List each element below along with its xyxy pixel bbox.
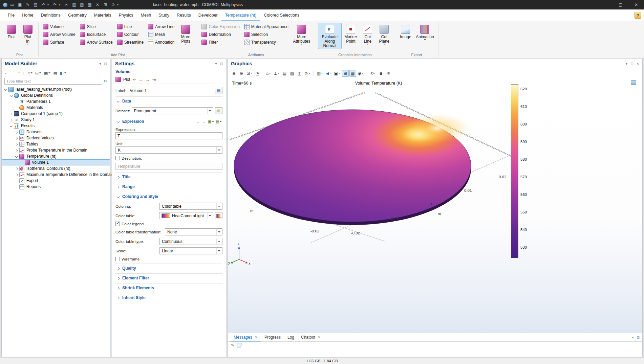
show-options-icon[interactable]: ≡ (27, 71, 33, 75)
scale-dropdown[interactable]: Linear (159, 247, 222, 254)
cut-plane-button[interactable]: Cut Plane (377, 23, 392, 46)
float-panel-icon[interactable]: ⊡ (630, 62, 633, 66)
plot-previous-icon[interactable]: ← (139, 77, 143, 82)
transparency-toggle-icon[interactable]: ▧ (289, 70, 296, 77)
dataset-dropdown[interactable]: From parent (132, 107, 213, 114)
plot-info-icon[interactable] (631, 80, 636, 85)
tree-item-datasets[interactable]: Datasets (2, 129, 110, 135)
undo-caret-icon[interactable]: ▾ (47, 3, 51, 6)
default-view-icon[interactable]: ⌂ (265, 70, 272, 77)
move-up-icon[interactable]: ↑ (18, 71, 20, 75)
clip-view-icon[interactable]: ◫ (296, 70, 303, 77)
table-icon[interactable]: ⊞ (102, 1, 109, 8)
ribbon-arrow-volume-button[interactable]: Arrow Volume (41, 30, 77, 38)
tab-log[interactable]: Log (284, 333, 297, 342)
tab-messages[interactable]: Messages✕ (231, 333, 261, 342)
tab-materials[interactable]: Materials (90, 9, 115, 21)
reset-hiding-icon[interactable]: ⟳ (304, 70, 312, 77)
tree-item-max-temperature-difference[interactable]: Maximum Temperature Difference in the Do… (2, 172, 110, 178)
minimize-button[interactable]: — (597, 0, 613, 9)
save-icon[interactable]: ▣ (16, 1, 24, 8)
tab-colored-selections[interactable]: Colored Selections (260, 9, 303, 21)
next-expression-icon[interactable]: → (202, 119, 206, 123)
forward-icon[interactable]: → (11, 71, 15, 75)
plot-next-icon[interactable]: → (146, 77, 150, 82)
ribbon-arrow-line-button[interactable]: Arrow Line (146, 23, 176, 30)
tree-item-root[interactable]: laser_heating_wafer.mph (root) (2, 86, 110, 92)
projection-icon[interactable]: ⊥ (273, 70, 280, 77)
node-order-icon[interactable]: ▦ (44, 71, 50, 75)
copy-icon[interactable]: ▥ (70, 1, 78, 8)
plot-button[interactable]: Plot (3, 23, 19, 40)
panel-menu-icon[interactable]: ▾ (215, 62, 217, 66)
tab-results[interactable]: Results (173, 9, 195, 21)
float-panel-icon[interactable]: ⊡ (220, 62, 223, 66)
tab-physics[interactable]: Physics (115, 9, 137, 21)
show-table-icon[interactable]: ▦ (349, 70, 356, 77)
ribbon-slice-button[interactable]: Slice (78, 23, 114, 30)
redo-caret-icon[interactable]: ▾ (59, 3, 62, 6)
color-table-dropdown[interactable]: HeatCameraLight (159, 212, 213, 219)
qat-customize-icon[interactable]: ▾ (117, 3, 121, 6)
close-tab-icon[interactable]: ✕ (255, 335, 258, 340)
close-button[interactable]: ✕ (628, 0, 644, 9)
speaker-icon[interactable]: ◀ (325, 70, 332, 77)
insert-expression-icon[interactable]: ▤ (216, 119, 222, 124)
environment-icon[interactable]: ◉ (357, 70, 365, 77)
update-plot-icon[interactable]: ⟲ (369, 70, 377, 77)
section-chevron-icon[interactable] (116, 266, 121, 271)
expander-icon[interactable] (9, 124, 14, 128)
panel-menu-icon[interactable]: ▾ (626, 62, 627, 66)
replace-expression-icon[interactable]: ▦ (208, 119, 214, 124)
marker-point-button[interactable]: Marker Point (343, 23, 359, 45)
label-input[interactable] (128, 87, 213, 94)
rename-label-icon[interactable]: ▤ (215, 87, 222, 94)
ribbon-filter-button[interactable]: Filter (200, 38, 241, 46)
tree-item-results[interactable]: Results (2, 123, 110, 129)
open-file-icon[interactable]: ▭ (8, 1, 16, 8)
section-chevron-icon[interactable] (116, 276, 121, 280)
panel-menu-icon[interactable]: ▾ (100, 62, 101, 66)
tab-file[interactable]: File (4, 9, 18, 21)
evaluate-along-normal-button[interactable]: Evaluate Along Normal (318, 23, 342, 49)
tree-item-probe-temperature[interactable]: Probe Temperature in the Domain (2, 147, 110, 153)
more-plots-button[interactable]: More Plots (177, 23, 194, 46)
ribbon-contour-button[interactable]: Contour (115, 30, 145, 38)
expander-icon[interactable] (4, 87, 8, 92)
zoom-out-icon[interactable]: ⊖ (238, 70, 245, 77)
settings-plot-button[interactable]: Plot (123, 77, 130, 82)
ribbon-volume-button[interactable]: Volume (41, 23, 77, 30)
section-chevron-icon[interactable] (116, 195, 121, 199)
previous-expression-icon[interactable]: ← (196, 119, 200, 123)
duplicate-icon[interactable]: ▦ (86, 1, 93, 8)
redo-icon[interactable]: ↷ (51, 1, 59, 8)
filter-input[interactable] (4, 78, 102, 85)
expression-input[interactable] (115, 132, 222, 139)
ribbon-isosurface-button[interactable]: Isosurface (78, 30, 114, 38)
coloring-dropdown[interactable]: Color table (159, 203, 222, 210)
add-dataset-icon[interactable]: ⊞ (215, 107, 222, 114)
section-chevron-icon[interactable] (116, 119, 121, 124)
ribbon-line-button[interactable]: Line (115, 23, 145, 30)
expander-icon[interactable] (15, 136, 19, 140)
search-icon[interactable]: ⊕ (109, 1, 117, 8)
tree-item-global-definitions[interactable]: Global Definitions (2, 92, 110, 98)
ribbon-selection-button[interactable]: Selection (242, 30, 290, 38)
paste-icon[interactable]: ▧ (78, 1, 86, 8)
expander-icon[interactable] (9, 118, 14, 122)
scene-light-icon[interactable]: ▤ (281, 70, 288, 77)
print-icon[interactable]: ▤ (32, 1, 39, 8)
section-chevron-icon[interactable] (116, 185, 121, 189)
delete-icon[interactable]: ✕ (94, 1, 101, 8)
wireframe-checkbox[interactable] (115, 257, 120, 261)
cut-line-button[interactable]: Cut Line (360, 23, 375, 46)
tab-mesh[interactable]: Mesh (137, 9, 155, 21)
cut-icon[interactable]: ✂ (63, 1, 70, 8)
ribbon-streamline-button[interactable]: Streamline (115, 38, 145, 46)
plot-window-icon[interactable]: ▥ (316, 70, 324, 77)
expander-icon[interactable] (15, 166, 19, 171)
float-panel-icon[interactable]: ⊡ (104, 62, 107, 66)
panel-menu-icon[interactable]: ▾ (632, 336, 634, 339)
float-panel-icon[interactable]: ⊡ (637, 336, 640, 339)
tree-filter-icon[interactable]: ◧ (60, 71, 66, 75)
